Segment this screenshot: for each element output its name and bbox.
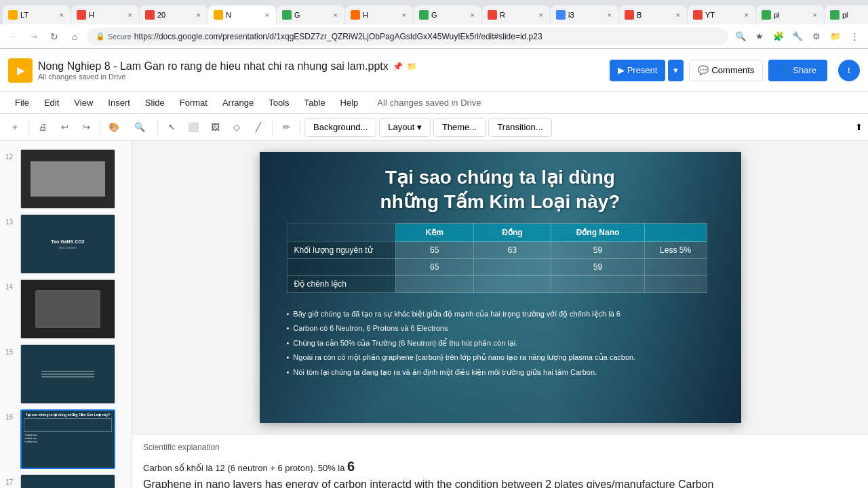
- slide-thumb-17[interactable]: 17: [0, 472, 132, 488]
- transition-label: Transition...: [497, 122, 542, 132]
- slide-bullet-4: • Ngoài ra còn có một phần graphene {car…: [287, 352, 701, 363]
- tab-close-r[interactable]: ×: [538, 9, 545, 20]
- slide-bullets: • Bây giờ chúng ta đã tạo ra sự khác biệ…: [287, 309, 701, 382]
- menu-insert[interactable]: Insert: [101, 95, 137, 110]
- menu-dots-icon[interactable]: ⋮: [846, 28, 863, 45]
- notes-line2: Graphene in nano layers has energy of ca…: [143, 476, 857, 488]
- tab-favicon-lt: [8, 10, 18, 20]
- menu-table[interactable]: Table: [298, 95, 332, 110]
- tab-pl2[interactable]: pl ×: [825, 5, 868, 24]
- tab-20[interactable]: 20 ×: [140, 5, 208, 24]
- extension-icon2[interactable]: 🔧: [789, 28, 806, 45]
- comment-insert-button[interactable]: ✏: [277, 118, 296, 137]
- layout-button[interactable]: Layout ▾: [379, 118, 431, 137]
- presentation-title: Nong Nghiep 8 - Lam Gan ro rang de hieu …: [38, 60, 389, 73]
- print-button[interactable]: 🖨: [33, 118, 52, 137]
- browser-toolbar-icons: 🔍 ★ 🧩 🔧 ⚙ 📁 ⋮: [732, 28, 863, 45]
- image-insert-button[interactable]: 🖼: [205, 118, 224, 137]
- undo-button[interactable]: ↩: [55, 118, 74, 137]
- bullet-text-5: Nói tóm lại chúng ta đang tạo ra và ấn đ…: [293, 367, 597, 378]
- menu-view[interactable]: View: [67, 95, 100, 110]
- menu-format[interactable]: Format: [173, 95, 214, 110]
- zoom-in-button[interactable]: +: [5, 118, 24, 137]
- bookmark-icon[interactable]: ★: [751, 28, 768, 45]
- slide-thumb-16[interactable]: 16 Tại sao chúng ta lại dùng những Tấm K…: [0, 407, 132, 472]
- tab-i3[interactable]: i3 ×: [551, 5, 618, 24]
- tab-close-g2[interactable]: ×: [469, 9, 476, 20]
- tab-title-r: R: [500, 11, 535, 19]
- extension-icon1[interactable]: 🧩: [770, 28, 787, 45]
- transition-button[interactable]: Transition...: [488, 118, 551, 137]
- slide-thumb-12[interactable]: 12: [0, 146, 132, 211]
- reload-button[interactable]: ↻: [46, 28, 62, 45]
- zoom-control[interactable]: 🔍: [126, 118, 153, 137]
- redo-button[interactable]: ↪: [77, 118, 96, 137]
- line-tool[interactable]: ╱: [249, 118, 268, 137]
- bullet-text-2: Carbon có 6 Neutron, 6 Protons và 6 Elec…: [293, 323, 448, 333]
- bullet-text-3: Chúng ta cản 50% của Trường (6 Neutron) …: [293, 338, 517, 348]
- tab-close-i3[interactable]: ×: [606, 9, 613, 20]
- tab-b1[interactable]: B ×: [619, 5, 687, 24]
- toolbar-divider-4: [272, 121, 273, 134]
- shape-tool[interactable]: ◇: [227, 118, 246, 137]
- tab-close-h2[interactable]: ×: [401, 9, 408, 20]
- tab-favicon-i3: [556, 10, 566, 20]
- menu-slide[interactable]: Slide: [138, 95, 172, 110]
- tab-close-b1[interactable]: ×: [675, 9, 682, 20]
- tab-g1[interactable]: G ×: [277, 5, 344, 24]
- theme-button[interactable]: Theme...: [433, 118, 486, 137]
- text-box-tool[interactable]: ⬜: [184, 118, 203, 137]
- comments-label: Comments: [711, 65, 754, 75]
- extension-icon3[interactable]: ⚙: [808, 28, 825, 45]
- extension-icon4[interactable]: 📁: [827, 28, 844, 45]
- collapse-panel-button[interactable]: ⬆: [855, 122, 863, 132]
- home-button[interactable]: ⌂: [66, 28, 83, 45]
- table-cell-r2c1: [287, 259, 395, 276]
- table-header-dongnano: Đồng Nano: [551, 224, 645, 242]
- tab-close-g1[interactable]: ×: [332, 9, 339, 20]
- menu-file[interactable]: File: [8, 95, 36, 110]
- present-dropdown-button[interactable]: ▾: [668, 60, 684, 81]
- table-cell-r3c3: [473, 276, 551, 293]
- menu-help[interactable]: Help: [334, 95, 366, 110]
- tab-pl1[interactable]: pl ×: [756, 5, 824, 24]
- tab-h2[interactable]: H ×: [345, 5, 413, 24]
- tab-n-active[interactable]: N ×: [208, 5, 276, 24]
- slide-thumb-15[interactable]: 15: [0, 342, 132, 407]
- slide-frame[interactable]: Tại sao chúng ta lại dùng những Tấm Kim …: [260, 152, 741, 423]
- tab-g2[interactable]: G ×: [414, 5, 481, 24]
- tab-close-20[interactable]: ×: [195, 9, 202, 20]
- slides-panel: 12 13 Tao GaNS CO2 text content 14: [0, 141, 132, 488]
- comments-button[interactable]: 💬 Comments: [689, 60, 763, 81]
- tab-close-h1[interactable]: ×: [127, 9, 134, 20]
- slide-thumb-13[interactable]: 13 Tao GaNS CO2 text content: [0, 211, 132, 277]
- slide-thumb-14[interactable]: 14: [0, 277, 132, 342]
- tab-h1[interactable]: H ×: [71, 5, 139, 24]
- tab-r[interactable]: R ×: [482, 5, 550, 24]
- pin-icon[interactable]: 📌: [393, 62, 403, 71]
- background-button[interactable]: Background...: [304, 118, 376, 137]
- tab-close-yt[interactable]: ×: [743, 9, 750, 20]
- menu-arrange[interactable]: Arrange: [216, 95, 260, 110]
- select-tool[interactable]: ↖: [162, 118, 181, 137]
- table-header-extra: [644, 224, 707, 242]
- menu-edit[interactable]: Edit: [37, 95, 66, 110]
- paint-format-button[interactable]: 🎨: [104, 118, 123, 137]
- back-button[interactable]: ←: [5, 28, 22, 45]
- user-avatar[interactable]: t: [838, 60, 860, 81]
- folder-icon[interactable]: 📁: [407, 62, 417, 71]
- menu-tools[interactable]: Tools: [262, 95, 296, 110]
- tab-lt[interactable]: LT ×: [3, 5, 71, 24]
- share-button[interactable]: 👤 Share: [768, 60, 827, 81]
- menu-bar: File Edit View Insert Slide Format Arran…: [0, 92, 868, 114]
- forward-button[interactable]: →: [26, 28, 42, 45]
- address-input[interactable]: 🔒 Secure https://docs.google.com/present…: [87, 28, 728, 45]
- table-cell-r3c4: [551, 276, 645, 293]
- notes-label: Scientific explanation: [143, 443, 857, 452]
- tab-close-pl1[interactable]: ×: [812, 9, 818, 20]
- search-icon[interactable]: 🔍: [732, 28, 749, 45]
- tab-close-n[interactable]: ×: [264, 9, 271, 20]
- tab-yt[interactable]: YT ×: [688, 5, 755, 24]
- present-button[interactable]: ▶ Present: [610, 60, 666, 81]
- tab-close-lt[interactable]: ×: [58, 9, 65, 20]
